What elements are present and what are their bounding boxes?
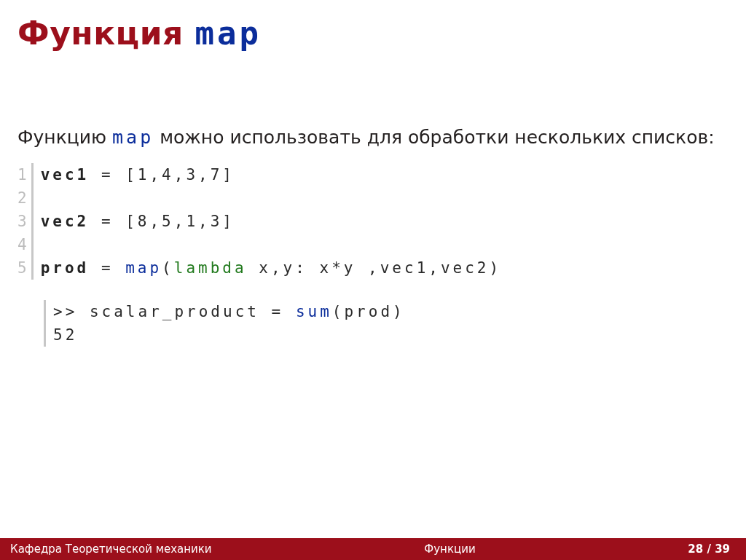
code-rest: = [8,5,1,3] bbox=[89, 213, 235, 230]
title-code: map bbox=[195, 15, 262, 52]
para-pre: Функцию bbox=[17, 127, 112, 148]
code-open: ( bbox=[162, 259, 174, 277]
code-line: prod = map(lambda x,y: x*y ,vec1,vec2) bbox=[41, 256, 729, 280]
code-line bbox=[41, 186, 729, 210]
footer-page-number: 28 / 39 bbox=[688, 543, 746, 556]
output-line: >> scalar_product = sum(prod) bbox=[53, 300, 729, 323]
code-rest: = [1,4,3,7] bbox=[89, 166, 235, 184]
code-line: vec2 = [8,5,1,3] bbox=[41, 210, 729, 233]
slide-title: Функция map bbox=[17, 15, 729, 52]
code-kw: prod bbox=[41, 259, 90, 277]
code-kw: vec1 bbox=[41, 166, 90, 184]
line-numbers: 1 2 3 4 5 bbox=[17, 163, 31, 280]
code-args: x,y: x*y ,vec1,vec2) bbox=[247, 259, 502, 277]
output-prompt: >> scalar_product = bbox=[53, 303, 296, 320]
code-lambda: lambda bbox=[174, 259, 247, 277]
line-number: 1 bbox=[17, 163, 28, 186]
code-line: vec1 = [1,4,3,7] bbox=[41, 163, 729, 186]
intro-paragraph: Функцию map можно использовать для обраб… bbox=[17, 125, 729, 150]
code-kw: vec2 bbox=[41, 213, 90, 230]
code-block: 1 2 3 4 5 vec1 = [1,4,3,7] vec2 = [8,5,1… bbox=[17, 163, 729, 280]
footer-left: Кафедра Теоретической механики bbox=[0, 543, 212, 556]
line-number: 5 bbox=[17, 256, 28, 280]
para-code: map bbox=[112, 127, 154, 148]
code-fn-map: map bbox=[125, 259, 162, 277]
line-number: 2 bbox=[17, 186, 28, 210]
slide-content: Функция map Функцию map можно использова… bbox=[0, 0, 746, 538]
code-body: vec1 = [1,4,3,7] vec2 = [8,5,1,3] prod =… bbox=[31, 163, 729, 280]
footer-center: Функции bbox=[212, 543, 688, 556]
output-args: (prod) bbox=[332, 303, 405, 320]
output-line: 52 bbox=[53, 323, 729, 347]
code-line bbox=[41, 233, 729, 256]
para-post: можно использовать для обработки несколь… bbox=[154, 127, 714, 148]
output-block: >> scalar_product = sum(prod) 52 bbox=[44, 300, 729, 347]
output-fn-sum: sum bbox=[296, 303, 332, 320]
line-number: 3 bbox=[17, 210, 28, 233]
line-number: 4 bbox=[17, 233, 28, 256]
slide: Функция map Функцию map можно использова… bbox=[0, 0, 746, 560]
slide-footer: Кафедра Теоретической механики Функции 2… bbox=[0, 538, 746, 560]
title-text: Функция bbox=[17, 15, 195, 52]
code-eq: = bbox=[89, 259, 125, 277]
